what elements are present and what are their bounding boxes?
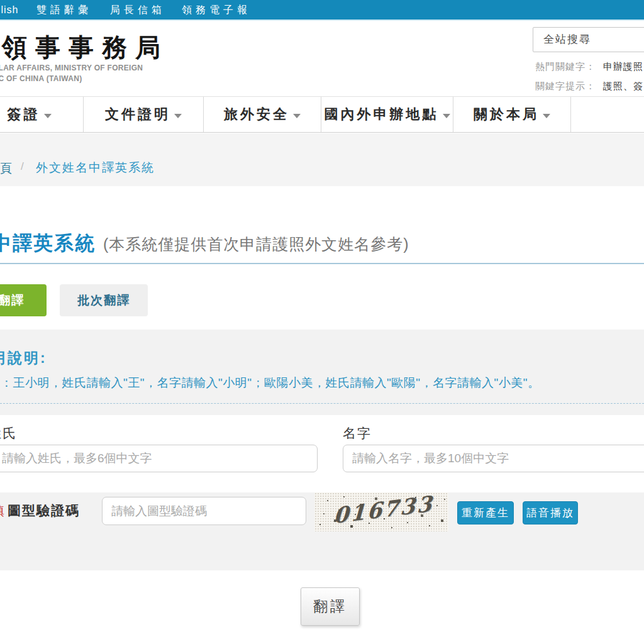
tab-label: 單筆翻譯 [0, 292, 25, 309]
chevron-down-icon [293, 114, 301, 118]
topbar-link-consular-newsletter[interactable]: 領務電子報 [182, 0, 251, 19]
page-title-note: (本系統僅提供首次申請護照外文姓名參考) [103, 235, 409, 253]
instructions-example: 例如：王小明，姓氏請輸入"王"，名字請輸入"小明"；歐陽小美，姓氏請輸入"歐陽"… [0, 375, 540, 391]
captcha-audio-button[interactable]: 語音播放 [523, 501, 578, 525]
nav-item-label: 簽證 [8, 105, 40, 124]
nav-item-label: 文件證明 [105, 105, 170, 124]
breadcrumb-home-link[interactable]: 首頁 [0, 160, 13, 177]
breadcrumb-separator: / [21, 160, 24, 173]
givenname-input[interactable] [343, 445, 644, 472]
title-divider [0, 263, 644, 264]
hot-keywords: 熱門關鍵字：申辦護照 [535, 61, 643, 73]
topbar-link-director-mailbox[interactable]: 局長信箱 [110, 0, 165, 19]
button-label: 語音播放 [526, 506, 574, 520]
dashed-divider [0, 403, 644, 404]
chevron-down-icon [174, 114, 182, 118]
site-search-input[interactable] [533, 27, 644, 52]
tab-label: 批次翻譯 [77, 292, 130, 309]
nav-item-overseas-safety[interactable]: 旅外安全 [204, 97, 321, 132]
captcha-code-text: 016733 [333, 492, 435, 528]
tab-single-translate[interactable]: 單筆翻譯 [0, 284, 47, 316]
breadcrumb-current: 外文姓名中譯英系統 [36, 160, 155, 176]
keyword-hint-label: 關鍵字提示： [535, 80, 596, 91]
nav-item-document-certification[interactable]: 文件證明 [84, 97, 204, 132]
chevron-down-icon [543, 114, 550, 118]
captcha-panel: 必填 圖型驗證碼 016733 重新產生 語音播放 [0, 492, 644, 570]
keyword-hint-value[interactable]: 護照、簽 [603, 80, 643, 91]
topbar-link-english[interactable]: English [0, 0, 18, 19]
nav-item-label: 國內外申辦地點 [325, 105, 439, 124]
topbar-link-bilingual-glossary[interactable]: 雙語辭彙 [36, 0, 92, 19]
captcha-input[interactable] [102, 497, 306, 525]
nav-item-application-locations[interactable]: 國內外申辦地點 [321, 97, 453, 132]
page-title-row: 外文姓名中譯英系統(本系統僅提供首次申請護照外文姓名參考) [0, 230, 409, 257]
captcha-noise [314, 492, 316, 494]
topbar: English 雙語辭彙 局長信箱 領務電子報 [0, 0, 644, 19]
hot-keywords-label: 熱門關鍵字： [535, 61, 596, 72]
captcha-label: 圖型驗證碼 [8, 502, 80, 519]
captcha-image: 016733 [314, 492, 448, 531]
nav-item-visa[interactable]: 簽證 [0, 97, 84, 132]
chevron-down-icon [443, 114, 450, 118]
site-logo-subtitle-line2: AFFAIRS, REPUBLIC OF CHINA (TAIWAN) [0, 74, 82, 83]
instructions-panel: 使用說明: 例如：王小明，姓氏請輸入"王"，名字請輸入"小明"；歐陽小美，姓氏請… [0, 330, 644, 415]
hot-keywords-value[interactable]: 申辦護照 [603, 61, 643, 72]
nav-item-about-bureau[interactable]: 關於本局 [453, 97, 571, 132]
surname-label: 姓氏 [0, 425, 17, 442]
site-logo-subtitle-line1: BUREAU OF CONSULAR AFFAIRS, MINISTRY OF … [0, 64, 143, 72]
captcha-regenerate-button[interactable]: 重新產生 [457, 501, 514, 525]
button-label: 重新產生 [462, 506, 509, 520]
nav-item-label: 關於本局 [474, 105, 539, 124]
givenname-label: 名字 [343, 425, 372, 442]
button-label: 翻譯 [313, 597, 347, 616]
instructions-heading: 使用說明: [0, 348, 47, 368]
keyword-hint: 關鍵字提示：護照、簽 [535, 80, 643, 92]
surname-input[interactable] [0, 445, 318, 472]
required-badge: 必填 [0, 503, 6, 519]
chevron-down-icon [44, 114, 52, 118]
nav-empty-cell [571, 97, 644, 132]
page-root: English 雙語辭彙 局長信箱 領務電子報 外交部領事事務局 BUREAU … [0, 0, 644, 644]
breadcrumb: 首頁 / 外文姓名中譯英系統 [0, 133, 644, 186]
main-nav: 簽證 文件證明 旅外安全 國內外申辦地點 關於本局 [0, 96, 644, 133]
translate-button[interactable]: 翻譯 [301, 587, 360, 626]
page-title: 外文姓名中譯英系統 [0, 232, 96, 254]
site-logo: 外交部領事事務局 [0, 30, 169, 65]
nav-item-label: 旅外安全 [224, 105, 289, 124]
tab-batch-translate[interactable]: 批次翻譯 [60, 284, 148, 316]
